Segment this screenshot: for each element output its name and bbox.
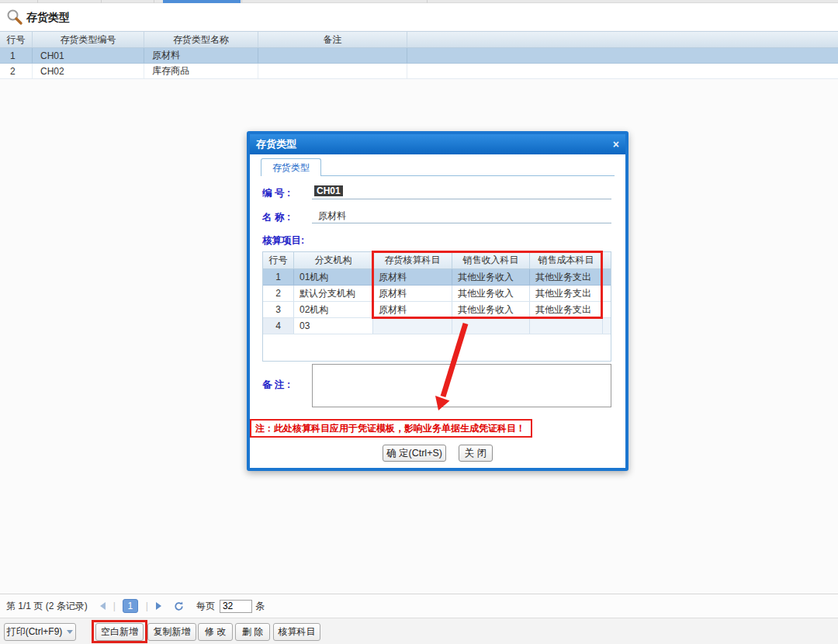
col-header-income-subject[interactable]: 销售收入科目 bbox=[452, 252, 530, 268]
page-title: 存货类型 bbox=[26, 11, 70, 25]
copy-add-button[interactable]: 复制新增 bbox=[147, 623, 196, 641]
cell-rowno: 2 bbox=[263, 286, 294, 301]
table-row[interactable]: 1 CH01 原材料 bbox=[0, 48, 838, 64]
cell-branch: 01机构 bbox=[294, 269, 373, 285]
blank-add-button[interactable]: 空白新增 bbox=[95, 623, 144, 641]
cell-remark bbox=[258, 64, 407, 78]
cell-inventory-subject: 原材料 bbox=[373, 302, 452, 317]
dialog-body: 存货类型 编 号 : CH01 名 称 : 原材料 核算项目: 行号 分支机构 … bbox=[250, 154, 625, 468]
cell-income-subject: 其他业务收入 bbox=[452, 269, 530, 285]
per-page-input[interactable] bbox=[220, 600, 252, 613]
items-row[interactable]: 2 默认分支机构 原材料 其他业务收入 其他业务支出 bbox=[263, 286, 611, 302]
col-header-cost-subject[interactable]: 销售成本科目 bbox=[530, 252, 603, 268]
cell-name: 库存商品 bbox=[144, 64, 258, 78]
col-header-rowno[interactable]: 行号 bbox=[263, 252, 294, 268]
cell-filler bbox=[603, 302, 611, 317]
cell-income-subject bbox=[452, 318, 530, 334]
close-button[interactable]: 关 闭 bbox=[459, 445, 493, 462]
cell-filler bbox=[407, 48, 838, 63]
magnifier-icon bbox=[6, 9, 23, 26]
code-label: 编 号 : bbox=[262, 187, 290, 200]
cell-inventory-subject: 原材料 bbox=[373, 286, 452, 301]
cell-cost-subject: 其他业务支出 bbox=[530, 302, 603, 317]
col-header-code[interactable]: 存货类型编号 bbox=[33, 32, 144, 47]
active-tab-indicator bbox=[163, 0, 241, 3]
col-header-filler bbox=[603, 252, 611, 268]
cell-filler bbox=[603, 269, 611, 285]
cell-branch: 默认分支机构 bbox=[294, 286, 373, 301]
chevron-down-icon bbox=[67, 630, 73, 634]
table-row[interactable]: 2 CH02 库存商品 bbox=[0, 64, 838, 79]
tab-inventory-type[interactable]: 存货类型 bbox=[261, 158, 321, 176]
cell-income-subject: 其他业务收入 bbox=[452, 286, 530, 301]
cell-branch: 03 bbox=[294, 318, 373, 334]
dialog-title: 存货类型 bbox=[256, 137, 296, 151]
cell-filler bbox=[603, 286, 611, 301]
cell-inventory-subject bbox=[373, 318, 452, 334]
inventory-type-dialog: 存货类型 × 存货类型 编 号 : CH01 名 称 : 原材料 核算项目: 行… bbox=[247, 131, 628, 471]
pagination-separator: | bbox=[113, 601, 116, 611]
inventory-type-table: 行号 存货类型编号 存货类型名称 备注 1 CH01 原材料 2 CH02 库存… bbox=[0, 31, 838, 79]
name-field[interactable]: 原材料 bbox=[312, 209, 611, 223]
cell-cost-subject: 其他业务支出 bbox=[530, 269, 603, 285]
browser-tab-strip bbox=[0, 0, 838, 3]
col-header-branch[interactable]: 分支机构 bbox=[294, 252, 373, 268]
per-page-unit: 条 bbox=[255, 600, 265, 613]
next-page-icon[interactable] bbox=[156, 602, 161, 610]
items-row[interactable]: 4 03 bbox=[263, 318, 611, 334]
cell-rowno: 1 bbox=[0, 48, 33, 63]
pagination-info: 第 1/1 页 (2 条记录) bbox=[6, 600, 88, 613]
dialog-titlebar[interactable]: 存货类型 × bbox=[250, 134, 625, 154]
cell-filler bbox=[407, 64, 838, 78]
cell-code: CH02 bbox=[33, 64, 144, 78]
col-header-rowno[interactable]: 行号 bbox=[0, 32, 33, 47]
items-header-row: 行号 分支机构 存货核算科目 销售收入科目 销售成本科目 bbox=[263, 252, 611, 269]
accounting-subject-button[interactable]: 核算科目 bbox=[273, 623, 320, 641]
pagination-bar: 第 1/1 页 (2 条记录) | 1 | 每页 条 bbox=[0, 594, 838, 618]
accounting-items-table: 行号 分支机构 存货核算科目 销售收入科目 销售成本科目 1 01机构 原材料 … bbox=[262, 251, 611, 362]
cell-remark bbox=[258, 48, 407, 63]
accounting-items-label: 核算项目: bbox=[262, 234, 304, 248]
cell-rowno: 1 bbox=[263, 269, 294, 285]
col-header-filler bbox=[407, 32, 838, 47]
prev-page-icon[interactable] bbox=[100, 602, 106, 610]
pagination-separator: | bbox=[146, 601, 148, 611]
cell-inventory-subject: 原材料 bbox=[373, 269, 452, 285]
cell-income-subject: 其他业务收入 bbox=[452, 302, 530, 317]
red-note-box: 注：此处核算科目应用于凭证模板，影响业务单据生成凭证科目！ bbox=[250, 419, 532, 438]
cell-rowno: 3 bbox=[263, 302, 294, 317]
refresh-icon[interactable] bbox=[174, 601, 184, 611]
page-header: 存货类型 bbox=[0, 4, 838, 30]
table-header-row: 行号 存货类型编号 存货类型名称 备注 bbox=[0, 31, 838, 48]
delete-button[interactable]: 删 除 bbox=[235, 623, 270, 641]
col-header-remark[interactable]: 备注 bbox=[258, 32, 407, 47]
per-page-label: 每页 bbox=[196, 600, 215, 613]
cell-name: 原材料 bbox=[144, 48, 258, 63]
modify-button[interactable]: 修 改 bbox=[198, 623, 233, 641]
remark-label: 备 注 : bbox=[262, 379, 290, 392]
col-header-name[interactable]: 存货类型名称 bbox=[144, 32, 258, 47]
bottom-toolbar: 打印(Ctrl+F9) 空白新增 复制新增 修 改 删 除 核算科目 bbox=[0, 618, 838, 644]
cell-code: CH01 bbox=[33, 48, 144, 63]
code-field[interactable]: CH01 bbox=[312, 185, 611, 199]
print-button[interactable]: 打印(Ctrl+F9) bbox=[4, 623, 76, 641]
print-button-label: 打印(Ctrl+F9) bbox=[7, 625, 63, 639]
cell-rowno: 4 bbox=[263, 318, 294, 334]
cell-filler bbox=[603, 318, 611, 334]
code-value-selected-text: CH01 bbox=[314, 185, 343, 196]
cell-branch: 02机构 bbox=[294, 302, 373, 317]
items-row[interactable]: 1 01机构 原材料 其他业务收入 其他业务支出 bbox=[263, 269, 611, 286]
cell-cost-subject bbox=[530, 318, 603, 334]
col-header-inventory-subject[interactable]: 存货核算科目 bbox=[373, 252, 452, 268]
cell-cost-subject: 其他业务支出 bbox=[530, 286, 603, 301]
page-number-button[interactable]: 1 bbox=[123, 599, 138, 613]
items-row[interactable]: 3 02机构 原材料 其他业务收入 其他业务支出 bbox=[263, 302, 611, 318]
cell-rowno: 2 bbox=[0, 64, 33, 78]
name-value: 原材料 bbox=[314, 210, 346, 221]
name-label: 名 称 : bbox=[262, 211, 290, 224]
close-icon[interactable]: × bbox=[613, 139, 619, 150]
remark-textarea[interactable] bbox=[312, 364, 611, 407]
ok-button[interactable]: 确 定(Ctrl+S) bbox=[383, 445, 446, 462]
